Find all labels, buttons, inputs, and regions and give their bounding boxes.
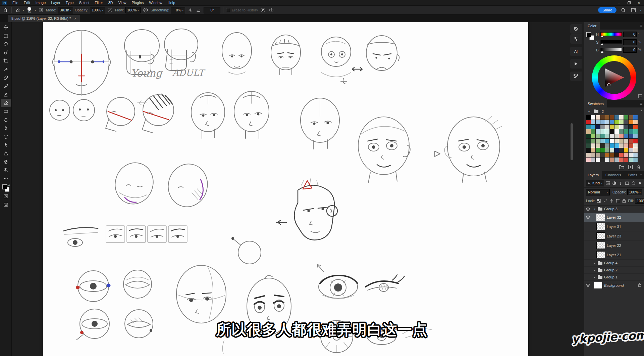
swatch[interactable] [586,148,591,152]
swatch[interactable] [591,143,595,148]
hue-slider[interactable] [600,32,622,37]
lock-position-icon[interactable] [609,198,614,204]
workspace-switcher-icon[interactable] [630,7,637,13]
clone-stamp-tool[interactable] [1,90,11,99]
flow-select[interactable]: 100% ▾ [125,7,141,13]
swatch-group-row[interactable]: ▾ 2 [586,108,643,115]
swatch[interactable] [614,120,619,124]
swatch[interactable] [586,120,591,124]
swatch[interactable] [633,158,638,162]
swatch[interactable] [586,115,591,120]
swatch[interactable] [605,134,609,138]
filter-adjustment-layers-icon[interactable] [612,181,617,186]
swatch[interactable] [629,129,633,134]
brush-tip-caret[interactable]: ▾ [35,9,36,11]
swatch[interactable] [600,143,605,148]
type-tool[interactable] [1,132,11,141]
color-panel-menu-icon[interactable]: ≡ [640,24,642,28]
path-selection-tool[interactable] [1,141,11,149]
layer-row-background[interactable]: Background [584,281,644,290]
filter-smart-objects-icon[interactable] [631,181,636,186]
menu-view[interactable]: View [116,0,129,5]
share-button[interactable]: Share [598,7,616,13]
eyedropper-tool[interactable] [1,65,11,74]
filter-pixel-layers-icon[interactable] [605,181,610,186]
tab-paths[interactable]: Paths [625,171,641,179]
swatch[interactable] [596,158,600,162]
airbrush-icon[interactable] [142,7,149,13]
swatch[interactable] [614,143,619,148]
swatch[interactable] [619,120,624,124]
swatch[interactable] [596,129,600,134]
swatch[interactable] [629,158,633,162]
menu-file[interactable]: File [10,0,21,5]
layer-opacity-field[interactable]: 100% ▾ [627,189,642,195]
swatch[interactable] [619,129,624,134]
swatch[interactable] [614,115,619,120]
tab-layers[interactable]: Layers [584,171,602,179]
blend-mode-select[interactable]: Normal ▾ [586,189,610,195]
mode-select[interactable]: Brush ▾ [58,7,73,13]
swatch[interactable] [633,139,638,143]
swatch[interactable] [605,143,609,148]
restore-button[interactable] [624,0,634,5]
swatch[interactable] [605,115,609,120]
layer-filter-kind-select[interactable]: Kind ▾ [586,180,604,186]
swatch[interactable] [633,153,638,157]
swatch[interactable] [619,148,624,152]
group-twirl-icon[interactable]: ▸ [593,269,597,272]
foreground-color-swatch[interactable] [586,32,591,37]
pressure-opacity-icon[interactable] [107,7,113,13]
swatch[interactable] [629,125,633,129]
swatch[interactable] [596,153,600,157]
swatch[interactable] [624,139,628,143]
swatch[interactable] [605,125,609,129]
swatch[interactable] [596,120,600,124]
spot-healing-brush-tool[interactable] [1,74,11,82]
swatch[interactable] [614,148,619,152]
swatch[interactable] [629,139,633,143]
layer-row-layer21[interactable]: Layer 21 [584,250,644,260]
layer-fill-field[interactable]: 100% ▾ [635,198,644,204]
brightness-slider[interactable] [600,48,622,52]
lock-transparency-icon[interactable] [596,198,601,204]
smoothing-select[interactable]: 0% ▾ [171,7,185,13]
swatch[interactable] [624,143,628,148]
swatch[interactable] [600,129,605,134]
new-swatch-icon[interactable] [628,165,633,170]
swatch[interactable] [596,125,600,129]
layer-row-layer31[interactable]: Layer 31 [584,222,644,231]
swatch[interactable] [629,143,633,148]
minimize-button[interactable]: – [614,0,624,5]
swatch[interactable] [600,134,605,138]
swatch[interactable] [633,134,638,138]
artboard[interactable]: Young ADULT [43,22,528,356]
swatch[interactable] [624,125,628,129]
document-tab-close-icon[interactable]: × [74,16,76,20]
swatch[interactable] [596,148,600,152]
visibility-eye-empty[interactable] [584,241,592,250]
swatch[interactable] [624,158,628,162]
layer-thumbnail[interactable] [597,242,605,249]
swatch[interactable] [591,148,595,152]
menu-type[interactable]: Type [63,0,76,5]
visibility-eye-icon[interactable] [584,281,592,290]
swatch[interactable] [614,129,619,134]
swatch[interactable] [596,115,600,120]
eraser-preset-icon[interactable] [14,7,21,13]
menu-help[interactable]: Help [165,0,178,5]
layer-row-group3[interactable]: ▾ Group 3 [584,206,644,213]
visibility-eye-empty[interactable] [584,267,592,273]
quick-selection-tool[interactable] [1,48,11,57]
tab-color[interactable]: Color [584,22,600,30]
swatch[interactable] [610,158,614,162]
zoom-tool[interactable] [1,166,11,174]
saturation-slider[interactable] [600,40,622,45]
swatch[interactable] [624,129,628,134]
swatch[interactable] [619,139,624,143]
swatch[interactable] [605,148,609,152]
layers-panel-menu-icon[interactable]: ≡ [640,173,642,177]
menu-plugins[interactable]: Plugins [129,0,146,5]
lock-all-icon[interactable] [622,198,627,204]
menu-edit[interactable]: Edit [21,0,33,5]
